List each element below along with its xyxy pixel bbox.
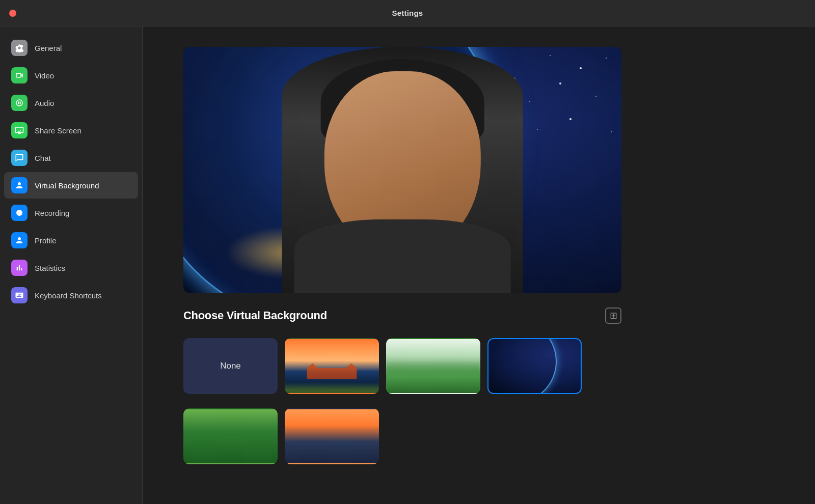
- recording-icon: [11, 205, 28, 221]
- sidebar-item-virtualbackground[interactable]: Virtual Background: [4, 172, 138, 199]
- svg-point-23: [595, 96, 596, 97]
- bg-option-none[interactable]: None: [183, 338, 278, 394]
- sharescreen-icon: [11, 122, 28, 138]
- bg-option-forest[interactable]: [183, 408, 278, 464]
- person-shirt: [294, 219, 511, 293]
- virtualbackground-icon: [11, 177, 28, 193]
- svg-point-10: [550, 55, 551, 56]
- chat-icon: [11, 150, 28, 166]
- sidebar-item-statistics[interactable]: Statistics: [4, 255, 138, 281]
- general-icon: [11, 40, 28, 56]
- sidebar-item-general[interactable]: General: [4, 35, 138, 61]
- bg-option-space[interactable]: [487, 338, 582, 394]
- bg-option-golden-gate[interactable]: [285, 338, 379, 394]
- sidebar-label-recording: Recording: [35, 209, 69, 217]
- svg-point-33: [537, 129, 538, 130]
- main-layout: General Video Audio Share Screen Chat: [0, 26, 815, 504]
- person-silhouette: [282, 47, 523, 293]
- add-icon: ⊞: [610, 310, 617, 321]
- sidebar-item-chat[interactable]: Chat: [4, 145, 138, 171]
- sidebar-label-general: General: [35, 44, 62, 52]
- sidebar-label-sharescreen: Share Screen: [35, 126, 82, 135]
- close-button[interactable]: [9, 10, 16, 17]
- sidebar: General Video Audio Share Screen Chat: [0, 26, 143, 504]
- bg-option-grass[interactable]: [386, 338, 480, 394]
- section-title: Choose Virtual Background: [183, 309, 327, 322]
- sidebar-label-video: Video: [35, 71, 54, 80]
- svg-point-0: [16, 210, 22, 216]
- sidebar-item-recording[interactable]: Recording: [4, 200, 138, 226]
- sidebar-item-keyboard[interactable]: Keyboard Shortcuts: [4, 282, 138, 309]
- sidebar-item-audio[interactable]: Audio: [4, 90, 138, 116]
- svg-point-12: [606, 58, 607, 59]
- sidebar-label-statistics: Statistics: [35, 264, 65, 272]
- background-grid-row2: [183, 408, 621, 464]
- content-area: Choose Virtual Background ⊞ None: [143, 26, 815, 504]
- video-icon: [11, 67, 28, 83]
- svg-point-21: [529, 101, 530, 102]
- titlebar: Settings: [0, 0, 815, 26]
- svg-point-22: [559, 82, 561, 85]
- sidebar-item-sharescreen[interactable]: Share Screen: [4, 117, 138, 144]
- svg-point-34: [569, 118, 572, 120]
- bg-option-city[interactable]: [285, 408, 379, 464]
- keyboard-icon: [11, 287, 28, 303]
- svg-point-11: [580, 67, 582, 69]
- profile-icon: [11, 232, 28, 248]
- section-header: Choose Virtual Background ⊞: [183, 307, 621, 324]
- bg-none-label: None: [220, 361, 241, 371]
- sidebar-label-keyboard: Keyboard Shortcuts: [35, 291, 102, 300]
- add-background-button[interactable]: ⊞: [605, 307, 621, 324]
- sidebar-label-chat: Chat: [35, 154, 51, 162]
- titlebar-title: Settings: [392, 9, 423, 17]
- background-grid: None: [183, 338, 621, 394]
- sidebar-label-audio: Audio: [35, 99, 54, 107]
- sidebar-item-video[interactable]: Video: [4, 62, 138, 89]
- statistics-icon: [11, 260, 28, 276]
- svg-point-35: [611, 131, 612, 132]
- sidebar-label-virtualbackground: Virtual Background: [35, 181, 99, 190]
- sidebar-item-profile[interactable]: Profile: [4, 227, 138, 254]
- audio-icon: [11, 95, 28, 111]
- sidebar-label-profile: Profile: [35, 236, 57, 245]
- video-preview: [183, 47, 621, 293]
